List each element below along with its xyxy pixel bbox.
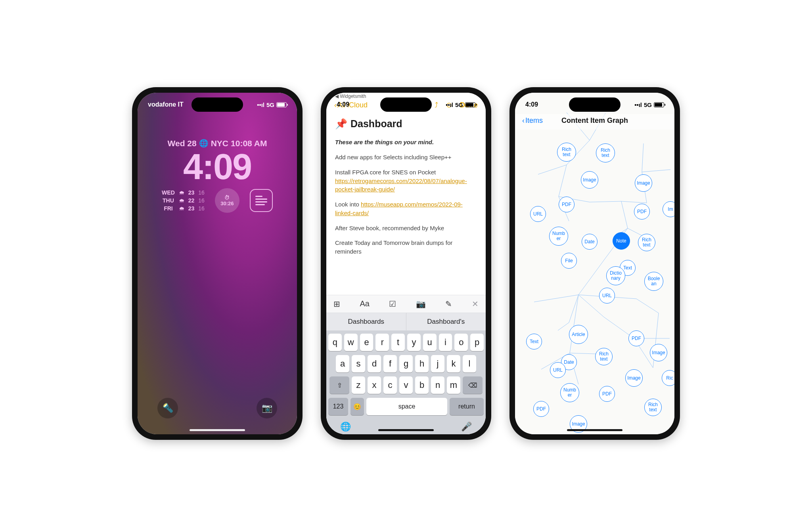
graph-node[interactable]: Numb er [549,227,568,246]
key-g[interactable]: g [399,355,413,372]
graph-nav-bar: ‹ Items Content Item Graph [515,114,674,130]
globe-key[interactable]: 🌐 [340,422,351,432]
notes-icon [255,194,267,207]
suggestion[interactable]: Dashboards [326,313,406,330]
key-r[interactable]: r [375,334,389,351]
graph-node[interactable]: PDF [599,386,615,402]
key-k[interactable]: k [447,355,460,372]
key-p[interactable]: p [470,334,484,351]
key-f[interactable]: f [383,355,397,372]
graph-node[interactable]: Image [635,174,652,192]
graph-node[interactable]: Boole an [644,272,663,291]
key-l[interactable]: l [463,355,476,372]
key-e[interactable]: e [360,334,373,351]
key-o[interactable]: o [454,334,468,351]
graph-node[interactable]: Rich text [595,348,613,365]
key-t[interactable]: t [391,334,405,351]
notes-widget[interactable] [250,189,273,212]
home-indicator[interactable] [378,429,434,431]
camera-button[interactable]: 📷 [257,398,277,418]
timer-icon: ⏱ [224,195,230,200]
graph-node[interactable]: PDF [533,401,549,417]
key-c[interactable]: c [383,376,397,394]
graph-node[interactable]: Date [582,234,598,250]
graph-node[interactable]: Rich text [644,399,662,416]
graph-node[interactable]: File [561,253,577,269]
graph-node[interactable]: URL [550,362,566,378]
key-h[interactable]: h [415,355,429,372]
graph-node[interactable]: Rich text [557,143,576,162]
key-y[interactable]: y [407,334,421,351]
graph-node[interactable]: Image [581,171,598,189]
timer-widget[interactable]: ⏱ 30:26 [215,188,239,213]
key-s[interactable]: s [352,355,365,372]
graph-node[interactable]: Image [650,344,667,361]
key-n[interactable]: n [431,376,444,394]
status-time: 4:09 [337,101,349,108]
flashlight-icon: 🔦 [163,403,173,413]
note-line: Add new apps for Selects including Sleep… [335,153,477,162]
emoji-key[interactable]: 😊 [350,398,364,415]
key-d[interactable]: d [368,355,381,372]
checklist-button[interactable]: ☑︎ [389,299,396,309]
key-q[interactable]: q [328,334,342,351]
graph-node[interactable]: Article [569,325,588,344]
note-editor[interactable]: 📌Dashboard These are the things on your … [326,113,486,295]
return-key[interactable]: return [450,398,484,415]
close-toolbar-button[interactable]: ✕ [472,299,479,309]
rain-icon: 🌧 [179,197,184,204]
battery-icon [276,102,287,107]
mic-key[interactable]: 🎤 [461,422,472,432]
key-u[interactable]: u [423,334,437,351]
graph-nodes-layer[interactable]: Rich textRich textImageImagePDFURLPDFImN… [515,132,674,434]
graph-node[interactable]: PDF [559,197,575,212]
graph-node[interactable]: Rich text [596,143,615,162]
key-j[interactable]: j [431,355,444,372]
link[interactable]: https://retrogamecorps.com/2022/08/07/an… [335,178,467,193]
network-label: 5G [455,101,463,108]
shift-key[interactable]: ⇧ [329,376,349,394]
suggestion[interactable]: Dashboard's [406,313,486,330]
pushpin-icon: 📌 [335,116,347,131]
key-v[interactable]: v [399,376,413,394]
flashlight-button[interactable]: 🔦 [157,398,178,418]
key-x[interactable]: x [368,376,381,394]
key-a[interactable]: a [336,355,349,372]
key-b[interactable]: b [415,376,429,394]
dynamic-island [380,97,432,112]
graph-node[interactable]: PDF [628,330,644,346]
key-z[interactable]: z [352,376,365,394]
graph-node[interactable]: PDF [634,204,650,220]
home-indicator[interactable] [567,429,622,431]
graph-node[interactable]: Ric [662,370,674,386]
graph-node[interactable]: Dictio nary [606,266,625,285]
note-line: Look into https://museapp.com/memos/2022… [335,200,477,218]
graph-node[interactable]: Note [613,232,630,250]
key-123[interactable]: 123 [328,398,348,415]
weather-widget[interactable]: WED🌧2316 THU🌧2216 FRI🌧2316 [162,189,205,212]
graph-node[interactable]: Rich text [638,234,655,251]
backspace-key[interactable]: ⌫ [463,376,483,394]
page-title: Content Item Graph [515,116,674,125]
camera-insert-button[interactable]: 📷 [416,299,426,309]
graph-node[interactable]: Numb er [560,383,579,402]
graph-node[interactable]: Text [526,334,542,349]
battery-icon [465,102,475,107]
graph-node[interactable]: URL [599,288,615,304]
home-indicator[interactable] [190,429,245,431]
phone-notes-app: 4:09 ••ıl 5G ◀ Widgetsmith ‹ All iCloud … [321,87,491,440]
key-i[interactable]: i [439,334,452,351]
graph-node[interactable]: Im [663,201,674,217]
markup-button[interactable]: ✎ [445,299,452,309]
signal-icon: ••ıl [446,101,453,108]
space-key[interactable]: space [366,398,447,415]
note-line: After Steve book, recommended by Myke [335,224,477,233]
graph-node[interactable]: URL [530,206,546,222]
timer-value: 30:26 [220,200,234,206]
graph-node[interactable]: Image [625,369,643,387]
signal-icon: ••ıl [634,101,642,108]
key-m[interactable]: m [447,376,460,394]
table-button[interactable]: ⊞ [333,299,340,309]
text-format-button[interactable]: Aa [360,299,370,309]
key-w[interactable]: w [344,334,358,351]
